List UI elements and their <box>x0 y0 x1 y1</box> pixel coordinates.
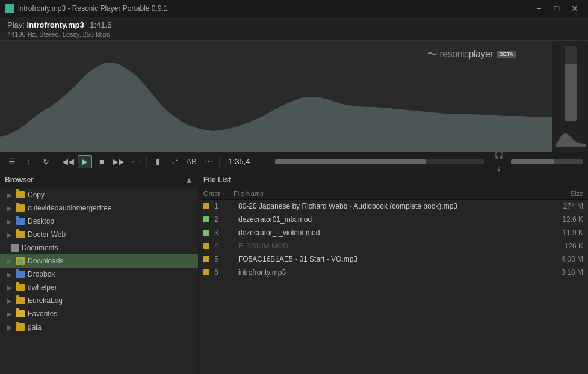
file-row[interactable]: 3dezecrator_-_violent.mod11.9 K <box>199 226 588 239</box>
expand-arrow-icon[interactable]: ▶ <box>7 324 12 331</box>
browser-item[interactable]: ▶EurekaLog <box>0 294 198 307</box>
folder-icon <box>16 284 25 291</box>
col-size-header: Size <box>541 190 583 197</box>
folder-icon <box>16 323 25 331</box>
file-size: 12.6 K <box>541 215 583 224</box>
file-order: 1 <box>214 202 238 210</box>
file-order: 3 <box>214 228 238 237</box>
waveform-canvas[interactable]: 〜 resonicplayer BETA <box>0 41 552 152</box>
seek-bar[interactable] <box>275 159 484 164</box>
volume-sidebar <box>552 41 588 152</box>
file-row[interactable]: 180-20 Japanese by Richard Webb - Audiob… <box>199 200 588 213</box>
folder-icon <box>16 191 25 198</box>
close-button[interactable]: ✕ <box>566 2 583 14</box>
folder-icon <box>16 271 25 278</box>
browser-item[interactable]: ▶Dropbox <box>0 268 198 281</box>
file-name: ELYSIUM.MOD <box>238 242 541 250</box>
mute-button[interactable]: ▮ <box>150 155 165 168</box>
file-panel-header: File List <box>199 171 588 188</box>
file-name: dezecrator01_mix.mod <box>238 215 541 224</box>
logo-text: resonicplayer <box>440 49 494 60</box>
now-playing-header: Play: introfronty.mp3 1:41,6 44100 Hz, S… <box>0 17 588 41</box>
logo-player-text: player <box>469 49 494 59</box>
mini-waveform <box>556 123 586 147</box>
file-list[interactable]: 180-20 Japanese by Richard Webb - Audiob… <box>199 200 588 374</box>
browser-item-label: Downloads <box>28 257 63 265</box>
app-icon <box>5 4 14 13</box>
browser-item-label: gaia <box>28 323 42 331</box>
beta-badge: BETA <box>497 51 516 58</box>
download-overlay-icon: ↓ <box>17 259 23 265</box>
expand-arrow-icon[interactable]: ▶ <box>7 231 12 238</box>
shuffle-button[interactable]: ↕ <box>22 155 36 168</box>
current-time: -1:35,4 <box>226 157 250 166</box>
browser-item-label: Copy <box>28 191 45 199</box>
ab-button[interactable]: AB <box>184 155 199 168</box>
volume-slider[interactable] <box>511 159 583 164</box>
browser-item[interactable]: Documents <box>0 241 198 254</box>
more-button[interactable]: ⋯ <box>201 155 215 168</box>
file-order: 6 <box>214 268 238 277</box>
menu-button[interactable]: ☰ <box>5 155 19 168</box>
browser-item[interactable]: ▶Desktop <box>0 215 198 228</box>
file-color-dot <box>203 203 209 209</box>
expand-arrow-icon[interactable]: ▶ <box>7 271 12 278</box>
file-row[interactable]: 5FO5AC16B1AE5 - 01 Start - VO.mp34.08 M <box>199 253 588 266</box>
expand-arrow-icon[interactable]: ▶ <box>7 192 12 198</box>
browser-item[interactable]: ▶gaia <box>0 320 198 334</box>
browser-expand-button[interactable]: ▲ <box>185 175 193 185</box>
prev-button[interactable]: ◀◀ <box>61 155 75 168</box>
file-table-header: Order File Name Size <box>199 188 588 200</box>
forward-button[interactable]: →→ <box>128 155 143 168</box>
expand-arrow-icon[interactable]: ▶ <box>7 258 12 265</box>
browser-title: Browser <box>5 176 182 184</box>
maximize-button[interactable]: □ <box>548 2 565 14</box>
expand-arrow-icon[interactable]: ▶ <box>7 284 12 291</box>
volume-bar[interactable] <box>559 46 583 121</box>
file-size: 3.10 M <box>541 268 583 277</box>
stop-button[interactable]: ■ <box>94 155 109 168</box>
file-color-dot <box>203 243 209 249</box>
transport-bar: ☰ ↕ ↻ ◀◀ ▶ ■ ▶▶ →→ ▮ ⇌ AB ⋯ -1:35,4 ↻ 🎧 … <box>0 152 588 171</box>
expand-arrow-icon[interactable]: ▶ <box>7 311 12 317</box>
expand-arrow-icon[interactable]: ▶ <box>7 205 12 212</box>
next-button[interactable]: ▶▶ <box>111 155 126 168</box>
file-color-dot <box>203 269 209 275</box>
window-title: introfronty.mp3 - Resonic Player Portabl… <box>18 4 530 13</box>
file-color-dot <box>203 216 209 222</box>
browser-item[interactable]: ▶cutevideoaudiomergerfree <box>0 201 198 215</box>
browser-header: Browser ▲ <box>0 171 198 188</box>
waveform-area[interactable]: 〜 resonicplayer BETA <box>0 41 588 152</box>
browser-list[interactable]: ▶Copy▶cutevideoaudiomergerfree▶Desktop▶D… <box>0 188 198 374</box>
file-row[interactable]: 6introfronty.mp33.10 M <box>199 266 588 279</box>
transport-divider-3 <box>219 156 220 167</box>
transport-divider-1 <box>57 156 57 167</box>
browser-item[interactable]: ▶Copy <box>0 188 198 201</box>
resonic-logo: 〜 resonicplayer BETA <box>427 47 516 61</box>
minimize-button[interactable]: − <box>530 2 547 14</box>
file-name: 80-20 Japanese by Richard Webb - Audiobo… <box>238 202 541 210</box>
browser-item[interactable]: ▶↓Downloads <box>0 254 198 268</box>
play-button[interactable]: ▶ <box>78 155 92 168</box>
col-order-header: Order <box>203 190 234 197</box>
repeat-button[interactable]: ⇌ <box>167 155 182 168</box>
browser-item[interactable]: ▶Doctor Web <box>0 228 198 241</box>
track-duration: 1:41,6 <box>90 20 111 29</box>
play-label: Play: <box>7 20 25 29</box>
transport-divider-2 <box>146 156 147 167</box>
file-size: 11.9 K <box>541 228 583 237</box>
browser-item[interactable]: ▶Favorites <box>0 307 198 320</box>
file-name: FO5AC16B1AE5 - 01 Start - VO.mp3 <box>238 255 541 263</box>
loop-button[interactable]: ↻ <box>39 155 53 168</box>
browser-item[interactable]: ▶dwhelper <box>0 281 198 294</box>
expand-arrow-icon[interactable]: ▶ <box>7 218 12 225</box>
file-row[interactable]: 2dezecrator01_mix.mod12.6 K <box>199 213 588 226</box>
expand-arrow-icon[interactable]: ▶ <box>7 298 12 304</box>
browser-item-label: dwhelper <box>28 283 57 292</box>
folder-icon <box>16 231 25 238</box>
time-display: -1:35,4 <box>226 157 268 166</box>
folder-icon: ↓ <box>16 257 25 265</box>
file-row[interactable]: 4ELYSIUM.MOD126 K <box>199 239 588 253</box>
file-panel: File List Order File Name Size 180-20 Ja… <box>199 171 588 374</box>
audio-info: 44100 Hz, Stereo, Lossy, 256 kbps <box>7 31 581 38</box>
